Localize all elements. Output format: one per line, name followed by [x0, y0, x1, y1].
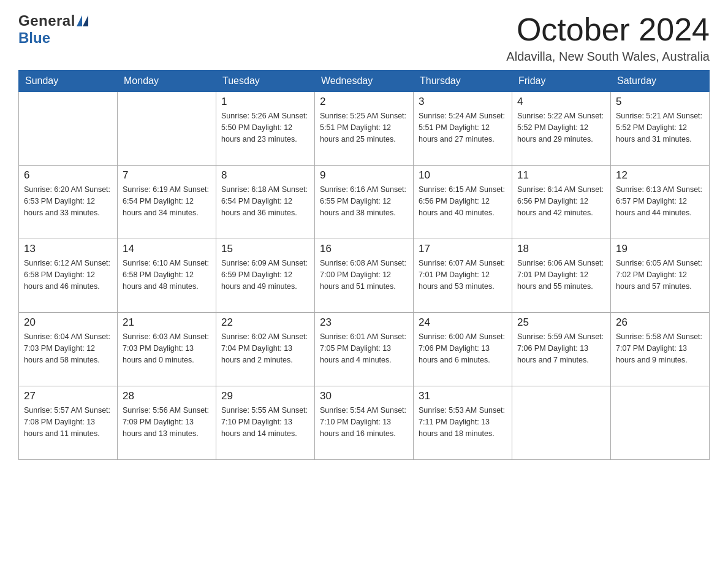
day-info: Sunrise: 6:18 AM Sunset: 6:54 PM Dayligh…: [221, 184, 309, 218]
calendar-cell: 26Sunrise: 5:58 AM Sunset: 7:07 PM Dayli…: [611, 313, 710, 386]
calendar-cell: 27Sunrise: 5:57 AM Sunset: 7:08 PM Dayli…: [19, 386, 118, 460]
title-section: October 2024 Aldavilla, New South Wales,…: [506, 12, 710, 64]
calendar-week-1: 1Sunrise: 5:26 AM Sunset: 5:50 PM Daylig…: [19, 92, 710, 166]
day-number: 20: [24, 316, 112, 329]
day-info: Sunrise: 6:20 AM Sunset: 6:53 PM Dayligh…: [24, 184, 112, 218]
calendar-table: SundayMondayTuesdayWednesdayThursdayFrid…: [18, 70, 710, 460]
day-info: Sunrise: 5:59 AM Sunset: 7:06 PM Dayligh…: [517, 331, 605, 366]
day-number: 14: [123, 243, 211, 255]
calendar-cell: 9Sunrise: 6:16 AM Sunset: 6:55 PM Daylig…: [315, 166, 414, 239]
calendar-cell: [118, 92, 216, 166]
day-number: 4: [517, 96, 605, 108]
day-number: 10: [419, 169, 507, 182]
day-info: Sunrise: 6:00 AM Sunset: 7:06 PM Dayligh…: [419, 331, 507, 366]
weekday-header-monday: Monday: [118, 71, 216, 92]
calendar-cell: 24Sunrise: 6:00 AM Sunset: 7:06 PM Dayli…: [414, 313, 512, 386]
logo-blue-text: Blue: [18, 29, 50, 46]
day-info: Sunrise: 6:04 AM Sunset: 7:03 PM Dayligh…: [24, 331, 112, 366]
day-info: Sunrise: 6:14 AM Sunset: 6:56 PM Dayligh…: [517, 184, 605, 218]
calendar-cell: 14Sunrise: 6:10 AM Sunset: 6:58 PM Dayli…: [118, 239, 216, 313]
day-info: Sunrise: 6:10 AM Sunset: 6:58 PM Dayligh…: [123, 258, 211, 292]
day-info: Sunrise: 5:21 AM Sunset: 5:52 PM Dayligh…: [616, 110, 704, 145]
day-number: 9: [320, 169, 408, 182]
day-number: 17: [419, 243, 507, 255]
calendar-week-2: 6Sunrise: 6:20 AM Sunset: 6:53 PM Daylig…: [19, 166, 710, 239]
calendar-cell: 25Sunrise: 5:59 AM Sunset: 7:06 PM Dayli…: [512, 313, 611, 386]
logo: General Blue: [18, 12, 88, 47]
day-info: Sunrise: 6:03 AM Sunset: 7:03 PM Dayligh…: [123, 331, 211, 366]
day-info: Sunrise: 5:58 AM Sunset: 7:07 PM Dayligh…: [616, 331, 704, 366]
day-number: 23: [320, 316, 408, 329]
calendar-week-4: 20Sunrise: 6:04 AM Sunset: 7:03 PM Dayli…: [19, 313, 710, 386]
day-info: Sunrise: 6:07 AM Sunset: 7:01 PM Dayligh…: [419, 258, 507, 292]
calendar-cell: 13Sunrise: 6:12 AM Sunset: 6:58 PM Dayli…: [19, 239, 118, 313]
calendar-cell: 5Sunrise: 5:21 AM Sunset: 5:52 PM Daylig…: [611, 92, 710, 166]
weekday-header-friday: Friday: [512, 71, 611, 92]
calendar-cell: 11Sunrise: 6:14 AM Sunset: 6:56 PM Dayli…: [512, 166, 611, 239]
calendar-week-5: 27Sunrise: 5:57 AM Sunset: 7:08 PM Dayli…: [19, 386, 710, 460]
day-number: 28: [123, 390, 211, 402]
day-info: Sunrise: 6:16 AM Sunset: 6:55 PM Dayligh…: [320, 184, 408, 218]
page-header: General Blue October 2024 Aldavilla, New…: [18, 12, 710, 64]
day-info: Sunrise: 6:05 AM Sunset: 7:02 PM Dayligh…: [616, 258, 704, 292]
day-info: Sunrise: 6:19 AM Sunset: 6:54 PM Dayligh…: [123, 184, 211, 218]
day-info: Sunrise: 6:13 AM Sunset: 6:57 PM Dayligh…: [616, 184, 704, 218]
day-info: Sunrise: 5:55 AM Sunset: 7:10 PM Dayligh…: [221, 405, 309, 439]
day-info: Sunrise: 6:08 AM Sunset: 7:00 PM Dayligh…: [320, 258, 408, 292]
calendar-cell: 31Sunrise: 5:53 AM Sunset: 7:11 PM Dayli…: [414, 386, 512, 460]
day-number: 5: [616, 96, 704, 108]
day-number: 11: [517, 169, 605, 182]
calendar-cell: 30Sunrise: 5:54 AM Sunset: 7:10 PM Dayli…: [315, 386, 414, 460]
day-number: 22: [221, 316, 309, 329]
day-info: Sunrise: 6:12 AM Sunset: 6:58 PM Dayligh…: [24, 258, 112, 292]
weekday-header-sunday: Sunday: [19, 71, 118, 92]
day-info: Sunrise: 5:25 AM Sunset: 5:51 PM Dayligh…: [320, 110, 408, 145]
weekday-header-thursday: Thursday: [414, 71, 512, 92]
day-number: 7: [123, 169, 211, 182]
calendar-cell: 2Sunrise: 5:25 AM Sunset: 5:51 PM Daylig…: [315, 92, 414, 166]
calendar-cell: 12Sunrise: 6:13 AM Sunset: 6:57 PM Dayli…: [611, 166, 710, 239]
calendar-cell: 29Sunrise: 5:55 AM Sunset: 7:10 PM Dayli…: [216, 386, 315, 460]
day-number: 27: [24, 390, 112, 402]
day-number: 26: [616, 316, 704, 329]
calendar-cell: 3Sunrise: 5:24 AM Sunset: 5:51 PM Daylig…: [414, 92, 512, 166]
calendar-week-3: 13Sunrise: 6:12 AM Sunset: 6:58 PM Dayli…: [19, 239, 710, 313]
day-number: 29: [221, 390, 309, 402]
day-number: 19: [616, 243, 704, 255]
day-info: Sunrise: 6:06 AM Sunset: 7:01 PM Dayligh…: [517, 258, 605, 292]
location-title: Aldavilla, New South Wales, Australia: [506, 50, 710, 64]
day-number: 8: [221, 169, 309, 182]
day-number: 24: [419, 316, 507, 329]
weekday-header-saturday: Saturday: [611, 71, 710, 92]
logo-icon: [77, 15, 88, 26]
day-number: 12: [616, 169, 704, 182]
calendar-cell: 23Sunrise: 6:01 AM Sunset: 7:05 PM Dayli…: [315, 313, 414, 386]
calendar-cell: [611, 386, 710, 460]
day-info: Sunrise: 6:01 AM Sunset: 7:05 PM Dayligh…: [320, 331, 408, 366]
calendar-cell: 1Sunrise: 5:26 AM Sunset: 5:50 PM Daylig…: [216, 92, 315, 166]
day-number: 16: [320, 243, 408, 255]
day-number: 2: [320, 96, 408, 108]
calendar-cell: 8Sunrise: 6:18 AM Sunset: 6:54 PM Daylig…: [216, 166, 315, 239]
calendar-cell: 28Sunrise: 5:56 AM Sunset: 7:09 PM Dayli…: [118, 386, 216, 460]
day-number: 25: [517, 316, 605, 329]
calendar-header-row: SundayMondayTuesdayWednesdayThursdayFrid…: [19, 71, 710, 92]
calendar-cell: 22Sunrise: 6:02 AM Sunset: 7:04 PM Dayli…: [216, 313, 315, 386]
day-info: Sunrise: 5:26 AM Sunset: 5:50 PM Dayligh…: [221, 110, 309, 145]
month-title: October 2024: [506, 12, 710, 47]
day-number: 31: [419, 390, 507, 402]
day-info: Sunrise: 5:53 AM Sunset: 7:11 PM Dayligh…: [419, 405, 507, 439]
calendar-cell: 21Sunrise: 6:03 AM Sunset: 7:03 PM Dayli…: [118, 313, 216, 386]
day-number: 6: [24, 169, 112, 182]
day-info: Sunrise: 5:22 AM Sunset: 5:52 PM Dayligh…: [517, 110, 605, 145]
day-number: 13: [24, 243, 112, 255]
calendar-cell: 6Sunrise: 6:20 AM Sunset: 6:53 PM Daylig…: [19, 166, 118, 239]
calendar-cell: 16Sunrise: 6:08 AM Sunset: 7:00 PM Dayli…: [315, 239, 414, 313]
calendar-cell: [19, 92, 118, 166]
day-info: Sunrise: 5:54 AM Sunset: 7:10 PM Dayligh…: [320, 405, 408, 439]
calendar-cell: 10Sunrise: 6:15 AM Sunset: 6:56 PM Dayli…: [414, 166, 512, 239]
calendar-cell: 7Sunrise: 6:19 AM Sunset: 6:54 PM Daylig…: [118, 166, 216, 239]
day-number: 1: [221, 96, 309, 108]
day-info: Sunrise: 5:56 AM Sunset: 7:09 PM Dayligh…: [123, 405, 211, 439]
calendar-cell: 15Sunrise: 6:09 AM Sunset: 6:59 PM Dayli…: [216, 239, 315, 313]
